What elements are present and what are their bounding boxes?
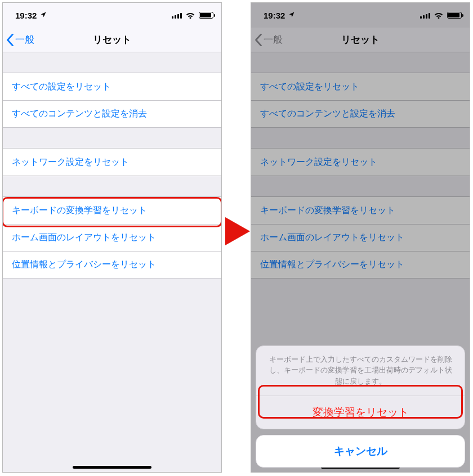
arrow-icon [224, 215, 251, 250]
group-3: キーボードの変換学習をリセット ホーム画面のレイアウトをリセット 位置情報とプラ… [251, 196, 470, 279]
group-2: ネットワーク設定をリセット [3, 148, 221, 176]
location-icon [288, 11, 295, 20]
reset-network[interactable]: ネットワーク設定をリセット [3, 149, 221, 176]
action-sheet: キーボード上で入力したすべてのカスタムワードを削除し、キーボードの変換学習を工場… [256, 345, 465, 468]
location-icon [40, 11, 47, 20]
erase-all-content[interactable]: すべてのコンテンツと設定を消去 [3, 100, 221, 127]
reset-keyboard-dictionary[interactable]: キーボードの変換学習をリセット [3, 197, 221, 224]
nav-header: 一般 リセット [3, 28, 221, 52]
status-bar: 19:32 [3, 3, 221, 28]
battery-icon [199, 12, 213, 19]
reset-home-layout[interactable]: ホーム画面のレイアウトをリセット [3, 224, 221, 251]
reset-location-privacy[interactable]: 位置情報とプライバシーをリセット [251, 251, 470, 278]
group-3: キーボードの変換学習をリセット ホーム画面のレイアウトをリセット 位置情報とプラ… [3, 196, 221, 279]
action-sheet-card: キーボード上で入力したすべてのカスタムワードを削除し、キーボードの変換学習を工場… [256, 345, 465, 430]
reset-all-settings[interactable]: すべての設定をリセット [3, 73, 221, 100]
cancel-button[interactable]: キャンセル [256, 435, 465, 468]
reset-home-layout[interactable]: ホーム画面のレイアウトをリセット [251, 224, 470, 251]
reset-dictionary-confirm-button[interactable]: 変換学習をリセット [256, 396, 465, 429]
action-sheet-message: キーボード上で入力したすべてのカスタムワードを削除し、キーボードの変換学習を工場… [256, 346, 465, 397]
phone-left: 19:32 一般 リセット すべての設定をリセット すべてのコンテ [2, 2, 222, 473]
reset-keyboard-dictionary[interactable]: キーボードの変換学習をリセット [251, 197, 470, 224]
group-1: すべての設定をリセット すべてのコンテンツと設定を消去 [3, 73, 221, 128]
cellular-icon [420, 12, 430, 19]
home-indicator [73, 466, 151, 469]
wifi-icon [185, 12, 195, 19]
status-bar: 19:32 [251, 3, 470, 28]
reset-all-settings[interactable]: すべての設定をリセット [251, 73, 470, 100]
group-2: ネットワーク設定をリセット [251, 148, 470, 176]
cellular-icon [172, 12, 182, 19]
reset-network[interactable]: ネットワーク設定をリセット [251, 149, 470, 176]
wifi-icon [434, 12, 444, 19]
group-1: すべての設定をリセット すべてのコンテンツと設定を消去 [251, 73, 470, 128]
erase-all-content[interactable]: すべてのコンテンツと設定を消去 [251, 100, 470, 127]
battery-icon [447, 12, 462, 19]
phone-right: 19:32 一般 リセット すべての設定をリセット すべてのコンテ [251, 2, 470, 473]
page-title: リセット [251, 33, 470, 46]
status-time: 19:32 [15, 11, 37, 20]
nav-header: 一般 リセット [251, 28, 470, 52]
page-title: リセット [3, 33, 221, 46]
reset-location-privacy[interactable]: 位置情報とプライバシーをリセット [3, 251, 221, 278]
status-time: 19:32 [264, 11, 285, 20]
